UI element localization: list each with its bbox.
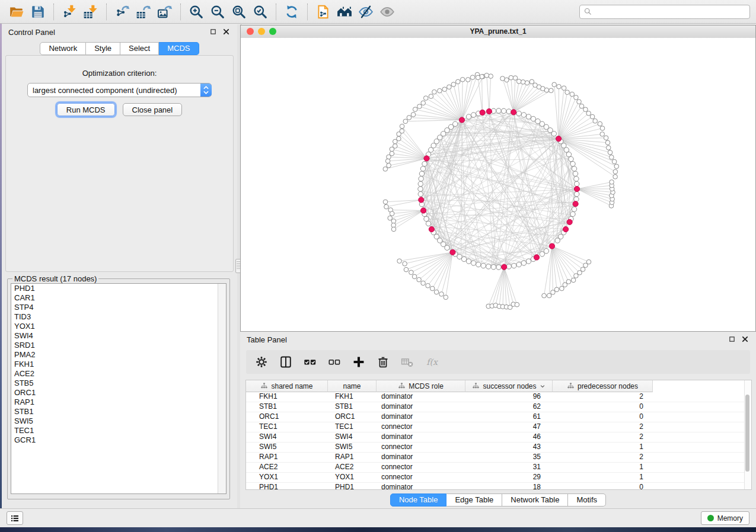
leaf-node[interactable] [413, 107, 417, 112]
zoom-selected-button[interactable] [250, 3, 271, 21]
mcds-hub-node[interactable] [480, 110, 485, 115]
leaf-node[interactable] [525, 81, 529, 85]
zoom-fit-button[interactable] [228, 3, 250, 21]
mcds-list-scrollbar[interactable] [218, 284, 226, 493]
leaf-node[interactable] [429, 94, 433, 99]
leaf-node[interactable] [500, 76, 505, 81]
leaf-node[interactable] [586, 259, 591, 264]
mcds-hub-node[interactable] [424, 156, 429, 161]
leaf-node[interactable] [426, 283, 430, 288]
leaf-node[interactable] [451, 82, 456, 87]
leaf-node[interactable] [542, 293, 547, 298]
refresh-button[interactable] [281, 3, 302, 21]
mcds-hub-node[interactable] [567, 219, 572, 225]
column-header-predecessor-nodes[interactable]: predecessor nodes [553, 380, 653, 392]
mcds-result-item[interactable]: PHD1 [11, 284, 226, 293]
leaf-node[interactable] [476, 75, 480, 80]
leaf-node[interactable] [384, 204, 389, 209]
ring-node[interactable] [544, 249, 548, 254]
column-header-MCDS-role[interactable]: MCDS role [377, 380, 465, 392]
ring-node[interactable] [471, 113, 476, 117]
control-tab-select[interactable]: Select [120, 42, 159, 55]
mcds-result-item[interactable]: FKH1 [11, 360, 226, 369]
leaf-node[interactable] [470, 75, 475, 80]
export-table-button[interactable] [133, 3, 154, 21]
ring-node[interactable] [535, 119, 540, 124]
leaf-node[interactable] [590, 114, 595, 119]
leaf-node[interactable] [570, 92, 575, 97]
leaf-node[interactable] [421, 281, 426, 286]
mcds-hub-node[interactable] [574, 186, 579, 191]
table-scrollbar-thumb[interactable] [745, 395, 749, 472]
open-session-button[interactable] [6, 3, 27, 21]
leaf-node[interactable] [489, 74, 493, 79]
leaf-node[interactable] [456, 79, 461, 84]
control-panel-float-button[interactable] [210, 28, 218, 36]
ring-node[interactable] [531, 116, 535, 121]
search-input[interactable] [595, 7, 746, 17]
gear-button[interactable] [254, 354, 269, 370]
mcds-hub-node[interactable] [421, 208, 426, 213]
mcds-result-item[interactable]: STB5 [11, 379, 226, 388]
column-header-shared-name[interactable]: shared name [246, 380, 328, 392]
leaf-node[interactable] [606, 146, 611, 150]
leaf-node[interactable] [583, 107, 588, 112]
leaf-node[interactable] [404, 267, 409, 272]
leaf-node[interactable] [533, 83, 538, 88]
criterion-dropdown[interactable]: largest connected component (undirected) [27, 83, 212, 97]
leaf-node[interactable] [430, 286, 435, 291]
table-tab-network-table[interactable]: Network Table [502, 493, 568, 507]
leaf-node[interactable] [444, 295, 448, 300]
ring-node[interactable] [570, 161, 575, 166]
ring-node[interactable] [471, 261, 476, 265]
ring-node[interactable] [569, 156, 573, 161]
leaf-node[interactable] [554, 287, 559, 292]
ring-node[interactable] [481, 263, 486, 268]
leaf-node[interactable] [613, 169, 618, 174]
leaf-node[interactable] [610, 180, 614, 185]
task-history-button[interactable] [7, 511, 23, 525]
mcds-result-item[interactable]: YOX1 [11, 322, 226, 331]
mcds-result-item[interactable]: PMA2 [11, 350, 226, 360]
leaf-node[interactable] [390, 211, 394, 216]
mcds-result-item[interactable]: STB1 [11, 407, 226, 416]
ring-node[interactable] [422, 161, 427, 166]
network-window-titlebar[interactable]: YPA_prune.txt_1 [241, 25, 755, 39]
mcds-hub-node[interactable] [534, 255, 539, 260]
table-row[interactable]: STB1STB1dominator620 [246, 402, 745, 412]
column-header-successor-nodes[interactable]: successor nodes [465, 380, 553, 392]
mcds-result-item[interactable]: RAP1 [11, 398, 226, 407]
export-network-button[interactable] [111, 3, 133, 21]
zoom-out-button[interactable] [207, 3, 228, 21]
leaf-node[interactable] [509, 75, 513, 80]
table-row[interactable]: PHD1PHD1dominator180 [246, 483, 745, 490]
select-all-button[interactable] [302, 354, 318, 370]
import-network-button[interactable] [59, 3, 80, 21]
hide-selection-button[interactable] [355, 3, 377, 21]
leaf-node[interactable] [403, 119, 408, 124]
leaf-node[interactable] [560, 286, 564, 291]
ring-node[interactable] [512, 263, 516, 268]
leaf-node[interactable] [385, 159, 390, 164]
ring-node[interactable] [575, 191, 579, 196]
ring-node[interactable] [572, 207, 576, 211]
export-image-button[interactable] [154, 3, 176, 21]
leaf-node[interactable] [484, 73, 489, 78]
ring-node[interactable] [486, 264, 491, 269]
mcds-result-item[interactable]: ORC1 [11, 388, 226, 398]
leaf-node[interactable] [407, 116, 412, 120]
leaf-node[interactable] [421, 101, 426, 105]
ring-node[interactable] [418, 181, 423, 186]
leaf-node[interactable] [387, 155, 391, 159]
column-header-name[interactable]: name [328, 380, 377, 392]
mcds-result-item[interactable]: ACE2 [11, 369, 226, 379]
mcds-result-item[interactable]: GCR1 [11, 435, 226, 445]
leaf-node[interactable] [566, 280, 571, 284]
table-tab-motifs[interactable]: Motifs [568, 493, 606, 507]
ring-node[interactable] [466, 114, 471, 119]
ring-node[interactable] [426, 221, 430, 226]
ring-node[interactable] [506, 109, 511, 114]
mcds-hub-node[interactable] [556, 136, 562, 142]
ring-node[interactable] [570, 211, 575, 216]
ring-node[interactable] [496, 108, 501, 113]
